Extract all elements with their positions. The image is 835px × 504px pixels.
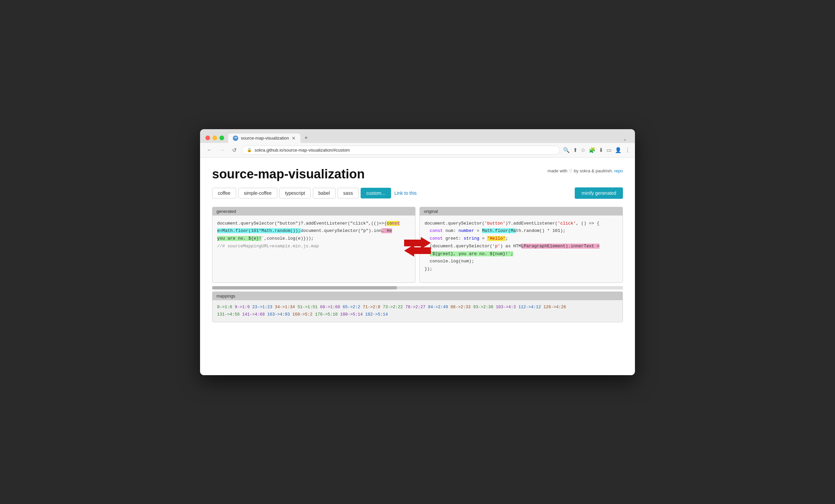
code-line: document.querySelector("button")?.addEve… bbox=[217, 220, 410, 227]
forward-button[interactable]: → bbox=[218, 146, 227, 154]
profile-icon[interactable]: 👤 bbox=[615, 147, 622, 153]
sass-button[interactable]: sass bbox=[338, 188, 359, 199]
original-panel-header: original bbox=[420, 207, 623, 216]
tab-menu-icon: ⌄ bbox=[620, 135, 630, 143]
simple-coffee-button[interactable]: simple-coffee bbox=[238, 188, 277, 199]
new-tab-button[interactable]: + bbox=[302, 133, 311, 143]
original-panel: original document.querySelector('button'… bbox=[420, 207, 623, 283]
mapping-item[interactable]: 78->2:27 bbox=[405, 305, 426, 309]
minimize-button[interactable] bbox=[212, 136, 217, 140]
screen-cast-icon[interactable]: ▭ bbox=[607, 147, 612, 153]
mapping-item[interactable]: 51->1:51 bbox=[298, 305, 318, 309]
generated-panel: generated document.querySelector("button… bbox=[212, 207, 415, 283]
browser-window: 🗺 source-map-visualization ✕ + ⌄ ← → ↺ 🔒… bbox=[200, 129, 635, 375]
tab-title: source-map-visualization bbox=[241, 136, 289, 141]
nav-icons: 🔍 ⬆ ☆ 🧩 ⬇ ▭ 👤 ⋮ bbox=[563, 147, 630, 153]
coffee-button[interactable]: coffee bbox=[212, 188, 236, 199]
mapping-item[interactable]: 131->4:56 bbox=[217, 312, 240, 317]
extensions-icon[interactable]: 🧩 bbox=[589, 147, 595, 153]
mapping-item[interactable]: 34->1:34 bbox=[275, 305, 295, 309]
code-line: const greet: string = 'Hello'; bbox=[425, 235, 618, 242]
code-line: //# sourceMappingURL=example.min.js.map bbox=[217, 243, 410, 250]
mapping-item[interactable]: 23->1:23 bbox=[252, 305, 272, 309]
mapping-item[interactable]: 112->4:12 bbox=[518, 305, 541, 309]
mappings-body: 0->1:0 9->1:9 23->1:23 34->1:34 51->1:51… bbox=[212, 300, 623, 322]
maximize-button[interactable] bbox=[220, 136, 224, 140]
panels-wrapper: generated document.querySelector("button… bbox=[212, 207, 623, 283]
mapping-item[interactable]: 84->2:49 bbox=[428, 305, 448, 309]
custom-button[interactable]: custom... bbox=[361, 188, 391, 199]
mapping-item[interactable]: 9->1:9 bbox=[235, 305, 250, 309]
link-this-link[interactable]: Link to this bbox=[394, 190, 417, 196]
code-line: document.querySelector('button')?.addEve… bbox=[425, 220, 618, 227]
mapping-item[interactable]: 73->2:22 bbox=[383, 305, 403, 309]
mappings-header: mappings bbox=[212, 292, 623, 300]
scrollbar-track[interactable] bbox=[212, 286, 623, 289]
code-line: `${greet}, you are no. ${num}!`; bbox=[425, 251, 618, 258]
generated-panel-body: document.querySelector("button")?.addEve… bbox=[212, 216, 415, 282]
traffic-lights bbox=[205, 136, 224, 140]
code-line: const num: number = Math.floor(Math.rand… bbox=[425, 227, 618, 235]
code-line: console.log(num); bbox=[425, 258, 618, 265]
mapping-item[interactable]: 88->2:33 bbox=[451, 305, 471, 309]
mapping-item[interactable]: 180->5:14 bbox=[340, 312, 363, 317]
page-content: source-map-visualization made with ♡ by … bbox=[200, 158, 635, 375]
address-bar[interactable]: 🔒 sokra.github.io/source-map-visualizati… bbox=[242, 146, 560, 155]
nav-bar: ← → ↺ 🔒 sokra.github.io/source-map-visua… bbox=[200, 143, 635, 158]
tab-bar: 🗺 source-map-visualization ✕ + ⌄ bbox=[228, 133, 630, 143]
original-panel-body: document.querySelector('button')?.addEve… bbox=[420, 216, 623, 282]
mapping-item[interactable]: 93->2:38 bbox=[473, 305, 493, 309]
refresh-button[interactable]: ↺ bbox=[230, 146, 239, 155]
mapping-item[interactable]: 0->1:0 bbox=[217, 305, 232, 309]
mapping-item[interactable]: 71->2:8 bbox=[363, 305, 380, 309]
minify-generated-button[interactable]: minify generated bbox=[575, 187, 623, 199]
made-with-text: made with ♡ by sokra & paulirish. bbox=[548, 168, 613, 173]
mapping-item[interactable]: 60->1:60 bbox=[320, 305, 340, 309]
code-line: }); bbox=[425, 266, 618, 273]
code-line: (document.querySelector('p') as HTMLPara… bbox=[425, 243, 618, 250]
svg-marker-1 bbox=[404, 245, 431, 257]
mapping-item[interactable]: 182->5:14 bbox=[365, 312, 388, 317]
tab-close-icon[interactable]: ✕ bbox=[292, 136, 296, 141]
example-buttons: coffee simple-coffee typescript babel sa… bbox=[212, 187, 623, 199]
bookmark-icon[interactable]: ☆ bbox=[581, 147, 586, 153]
repo-link[interactable]: repo bbox=[614, 168, 623, 173]
code-line: you are no. ${e}!`,console.log(e)})); bbox=[217, 235, 410, 242]
back-button[interactable]: ← bbox=[205, 146, 214, 154]
mapping-item[interactable]: 168->5:2 bbox=[292, 312, 312, 317]
mapping-item[interactable]: 141->4:68 bbox=[242, 312, 265, 317]
mappings-section: mappings 0->1:0 9->1:9 23->1:23 34->1:34… bbox=[212, 291, 623, 322]
close-button[interactable] bbox=[205, 136, 210, 140]
code-line: e=Math.floor(101*Math.random());document… bbox=[217, 227, 410, 235]
mapping-item[interactable]: 163->4:93 bbox=[267, 312, 290, 317]
page-header-row: source-map-visualization made with ♡ by … bbox=[212, 167, 623, 181]
made-with: made with ♡ by sokra & paulirish. repo bbox=[548, 167, 623, 173]
search-icon[interactable]: 🔍 bbox=[563, 147, 570, 153]
mapping-item[interactable]: 65->2:2 bbox=[343, 305, 360, 309]
babel-button[interactable]: babel bbox=[313, 188, 335, 199]
address-text: sokra.github.io/source-map-visualization… bbox=[254, 147, 350, 153]
menu-icon[interactable]: ⋮ bbox=[625, 147, 630, 153]
mapping-item[interactable]: 176->5:10 bbox=[315, 312, 338, 317]
title-bar: 🗺 source-map-visualization ✕ + ⌄ bbox=[200, 129, 635, 143]
mapping-item[interactable]: 103->4:3 bbox=[496, 305, 516, 309]
download-icon[interactable]: ⬇ bbox=[599, 147, 603, 153]
generated-panel-header: generated bbox=[212, 207, 415, 216]
mapping-item[interactable]: 126->4:26 bbox=[543, 305, 566, 309]
scrollbar-thumb[interactable] bbox=[212, 286, 397, 289]
active-tab[interactable]: 🗺 source-map-visualization ✕ bbox=[228, 134, 300, 143]
typescript-button[interactable]: typescript bbox=[279, 188, 311, 199]
page-title: source-map-visualization bbox=[212, 167, 365, 181]
tab-favicon: 🗺 bbox=[233, 136, 238, 141]
lock-icon: 🔒 bbox=[247, 147, 252, 152]
share-icon[interactable]: ⬆ bbox=[573, 147, 577, 153]
arrow-left bbox=[404, 244, 431, 257]
